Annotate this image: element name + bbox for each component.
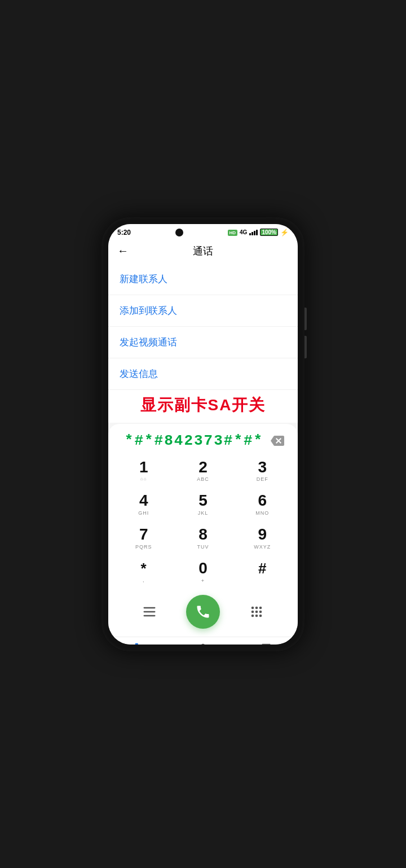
key-7[interactable]: 7 PQRS bbox=[114, 521, 173, 555]
top-nav: ← 通话 bbox=[108, 239, 298, 264]
delete-button[interactable] bbox=[268, 432, 286, 450]
svg-point-5 bbox=[259, 606, 262, 609]
dial-display: *#*#842373#*#* bbox=[120, 432, 268, 449]
svg-point-10 bbox=[255, 614, 258, 617]
menu-item-video-call[interactable]: 发起视频通话 bbox=[108, 327, 298, 358]
charging-icon: ⚡ bbox=[280, 229, 289, 236]
svg-point-9 bbox=[251, 614, 254, 617]
key-8[interactable]: 8 TUV bbox=[173, 521, 232, 555]
menu-item-new-contact[interactable]: 新建联系人 bbox=[108, 264, 298, 295]
page-title: 通话 bbox=[193, 244, 213, 258]
dialpad-button[interactable] bbox=[244, 599, 269, 624]
battery: 100% bbox=[260, 229, 278, 236]
svg-point-6 bbox=[251, 610, 254, 613]
svg-rect-2 bbox=[144, 615, 156, 616]
svg-rect-1 bbox=[144, 611, 156, 612]
menu-section: 新建联系人 添加到联系人 发起视频通话 发送信息 bbox=[108, 264, 298, 390]
key-hash[interactable]: # bbox=[233, 555, 292, 589]
nav-contacts[interactable]: 联系人 bbox=[171, 642, 235, 645]
key-4[interactable]: 4 GHI bbox=[114, 488, 173, 521]
phone-frame: 5:20 HD 4G 100% ⚡ ← bbox=[102, 217, 304, 651]
status-bar: 5:20 HD 4G 100% ⚡ bbox=[108, 224, 298, 239]
key-1[interactable]: 1 ⌂⌂ bbox=[114, 454, 173, 488]
network-type: 4G bbox=[240, 229, 247, 235]
status-right: HD 4G 100% ⚡ bbox=[228, 229, 289, 236]
keypad: 1 ⌂⌂ 2 ABC 3 DEF 4 GHI 5 JKL bbox=[108, 454, 298, 589]
menu-item-send-message[interactable]: 发送信息 bbox=[108, 358, 298, 390]
status-time: 5:20 bbox=[117, 229, 131, 236]
svg-point-3 bbox=[251, 606, 254, 609]
nav-calls[interactable]: 通话 bbox=[108, 642, 171, 645]
side-button-2 bbox=[304, 336, 307, 358]
back-button[interactable]: ← bbox=[117, 244, 129, 257]
svg-rect-0 bbox=[144, 607, 156, 608]
svg-point-4 bbox=[255, 606, 258, 609]
overlay-text: 显示副卡SA开关 bbox=[120, 394, 286, 416]
key-2[interactable]: 2 ABC bbox=[173, 454, 232, 488]
svg-point-8 bbox=[259, 610, 262, 613]
key-star[interactable]: * , bbox=[114, 555, 173, 589]
hd-badge: HD bbox=[228, 229, 238, 235]
dialer-actions bbox=[108, 589, 298, 637]
nav-store[interactable]: 营业厅 bbox=[235, 642, 298, 645]
hd-label: HD bbox=[228, 230, 238, 236]
side-button-1 bbox=[304, 308, 307, 330]
svg-point-7 bbox=[255, 610, 258, 613]
overlay-banner: 显示副卡SA开关 bbox=[108, 390, 298, 423]
call-button[interactable] bbox=[186, 595, 220, 629]
phone-screen: 5:20 HD 4G 100% ⚡ ← bbox=[108, 224, 298, 645]
signal-bars bbox=[249, 230, 258, 235]
camera-notch bbox=[175, 229, 183, 236]
key-6[interactable]: 6 MNO bbox=[233, 488, 292, 521]
dial-input-row: *#*#842373#*#* bbox=[108, 424, 298, 454]
key-3[interactable]: 3 DEF bbox=[233, 454, 292, 488]
bottom-nav: 通话 联系人 营业厅 bbox=[108, 637, 298, 645]
menu-button[interactable] bbox=[137, 599, 162, 624]
key-9[interactable]: 9 WXYZ bbox=[233, 521, 292, 555]
dialer-section: *#*#842373#*#* 1 ⌂⌂ 2 ABC bbox=[108, 424, 298, 637]
key-0[interactable]: 0 + bbox=[173, 555, 232, 589]
svg-point-11 bbox=[259, 614, 262, 617]
menu-item-add-contact[interactable]: 添加到联系人 bbox=[108, 295, 298, 327]
key-5[interactable]: 5 JKL bbox=[173, 488, 232, 521]
